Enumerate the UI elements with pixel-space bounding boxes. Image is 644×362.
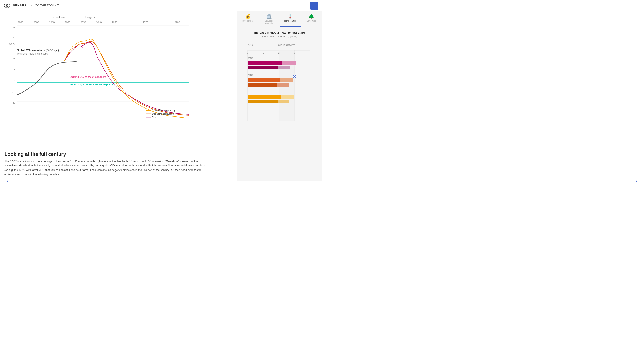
header: SENSES → TO THE TOOLKIT ⋮ <box>0 0 322 11</box>
svg-text:Adding CO₂ to the atmosphere: Adding CO₂ to the atmosphere <box>70 75 106 78</box>
svg-rect-42 <box>248 78 280 82</box>
long-term-label: Long-term <box>85 16 97 19</box>
y-label-50: 50 <box>12 25 15 28</box>
y-label-40: 40 <box>12 36 15 39</box>
panel-tabs: 💰 Investment 🏛️ Stranded Assests 🌡️ Temp… <box>237 11 322 27</box>
header-menu-button[interactable]: ⋮ <box>310 1 318 9</box>
y-label-36: 36 Gt <box>9 43 15 45</box>
svg-text:Global CO₂ emissions (GtCO₂/yr: Global CO₂ emissions (GtCO₂/yr) <box>17 49 59 52</box>
header-left: SENSES → TO THE TOOLKIT <box>4 2 59 9</box>
svg-rect-37 <box>248 66 278 69</box>
year-2100: 2100 <box>174 21 180 24</box>
investment-label: Investment <box>242 20 253 22</box>
y-label-20: 20 <box>12 58 15 60</box>
svg-text:Cost-effective pricing: Cost-effective pricing <box>152 109 175 112</box>
year-2075: 2075 <box>143 21 148 24</box>
svg-rect-35 <box>248 61 282 64</box>
bottom-title: Looking at the full century <box>4 151 232 157</box>
svg-rect-48 <box>248 100 278 103</box>
svg-point-41 <box>294 75 296 77</box>
tab-stranded[interactable]: 🏛️ Stranded Assests <box>258 11 280 27</box>
header-nav-link[interactable]: TO THE TOOLKIT <box>36 4 59 7</box>
y-label-neg10: -10 <box>12 91 15 93</box>
stranded-label: Stranded Assests <box>264 20 274 24</box>
investment-icon: 💰 <box>245 13 251 19</box>
svg-text:2050: 2050 <box>248 57 253 60</box>
nav-left-button[interactable]: ‹ <box>4 176 11 181</box>
temperature-icon: 🌡️ <box>287 13 293 19</box>
svg-text:2100: 2100 <box>248 74 253 76</box>
y-label-neg20: -20 <box>12 101 15 104</box>
svg-text:from fossil fuels and industry: from fossil fuels and industry <box>17 52 48 55</box>
tab-investment[interactable]: 💰 Investment <box>237 11 258 27</box>
svg-rect-45 <box>276 83 289 87</box>
land-use-icon: 🌲 <box>308 13 314 19</box>
tab-temperature[interactable]: 🌡️ Temperature <box>280 11 301 27</box>
svg-rect-46 <box>248 95 281 98</box>
year-2020: 2020 <box>65 21 70 24</box>
logo-icon <box>4 2 11 9</box>
year-2050: 2050 <box>112 21 117 24</box>
temperature-bar-chart: 2019 Paris Target Area 0 1 2 3 2050 <box>241 41 317 126</box>
svg-rect-43 <box>280 78 294 82</box>
emissions-chart-svg: Adding CO₂ to the atmosphere Extracting … <box>17 25 189 119</box>
svg-rect-36 <box>282 61 296 64</box>
right-panel: 💰 Investment 🏛️ Stranded Assests 🌡️ Temp… <box>237 11 322 181</box>
main-chart-container: 50 40 36 Gt 20 10 0.0 -10 -20 <box>4 25 232 120</box>
stranded-icon: 🏛️ <box>266 13 272 19</box>
year-2010: 2010 <box>49 21 54 24</box>
svg-text:2019: 2019 <box>248 43 253 46</box>
bottom-description: The 1.5°C scenario shown here belongs to… <box>4 159 206 177</box>
bottom-section: Looking at the full century The 1.5°C sc… <box>4 151 232 181</box>
land-use-label: Land Use <box>306 20 316 22</box>
y-label-10: 10 <box>12 69 15 72</box>
chart-area: Near-term Long-term 1990 2000 2010 2020 … <box>0 11 237 181</box>
header-arrow: → <box>30 4 32 7</box>
year-1990: 1990 <box>18 21 23 24</box>
svg-text:NDC: NDC <box>152 116 157 118</box>
year-2000: 2000 <box>34 21 39 24</box>
svg-rect-49 <box>278 100 289 103</box>
near-term-label: Near-term <box>52 16 64 19</box>
tab-land-use[interactable]: 🌲 Land Use <box>301 11 322 27</box>
svg-rect-44 <box>248 83 276 87</box>
brand-name: SENSES <box>13 4 26 7</box>
svg-rect-38 <box>278 66 290 69</box>
svg-text:Strengthened action: Strengthened action <box>152 112 174 115</box>
panel-chart-title: Increase in global mean temparature <box>241 31 318 34</box>
svg-rect-47 <box>281 95 294 98</box>
year-2040: 2040 <box>96 21 102 24</box>
temperature-label: Temperature <box>284 20 296 22</box>
main-layout: Near-term Long-term 1990 2000 2010 2020 … <box>0 11 322 181</box>
panel-chart-subtitle: (rel. to 1850-1900, in °C, global) <box>241 35 318 38</box>
svg-point-1 <box>6 4 10 7</box>
svg-text:Paris Target Area: Paris Target Area <box>276 43 296 46</box>
y-label-0: 0.0 <box>12 80 15 82</box>
svg-text:Extracting CO₂ from the atmosp: Extracting CO₂ from the atmosphere <box>70 83 113 86</box>
panel-content: Increase in global mean temparature (rel… <box>237 27 322 181</box>
year-2030: 2030 <box>80 21 86 24</box>
